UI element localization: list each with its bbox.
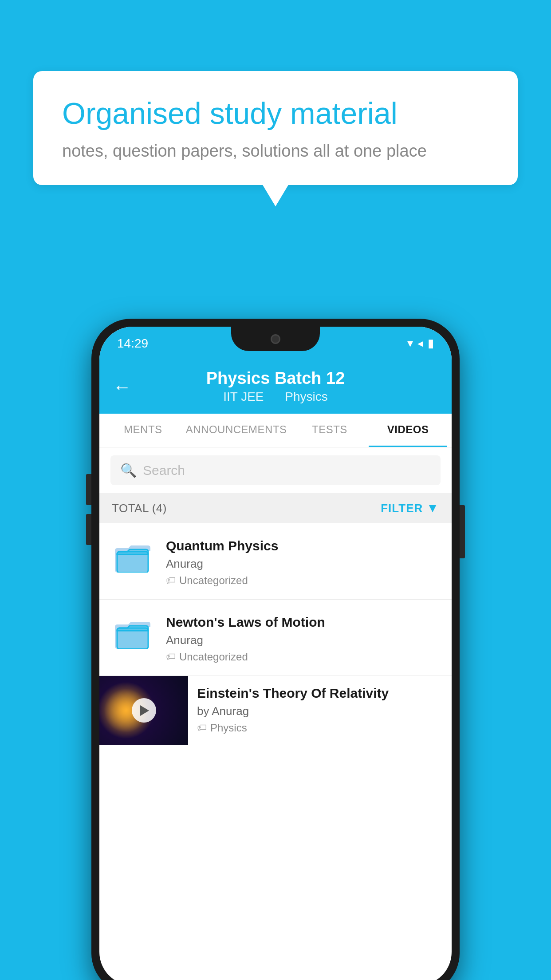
filter-icon: ▼	[426, 501, 439, 515]
phone-outer: 14:29 ▾ ◂ ▮ ← Physics Batch 12 IIT JEE P…	[91, 319, 460, 980]
filter-label: FILTER	[381, 502, 423, 515]
notch	[231, 327, 320, 351]
tabs-bar: MENTS ANNOUNCEMENTS TESTS VIDEOS	[99, 414, 452, 447]
video-info: Einstein's Theory Of Relativity by Anura…	[188, 676, 452, 744]
play-icon	[140, 705, 149, 716]
folder-icon	[110, 612, 155, 652]
battery-icon: ▮	[428, 336, 434, 350]
video-author: Anurag	[166, 633, 441, 647]
video-info: Newton's Laws of Motion Anurag 🏷 Uncateg…	[166, 612, 441, 663]
speech-bubble-subtitle: notes, question papers, solutions all at…	[62, 142, 489, 161]
video-author: Anurag	[166, 557, 441, 571]
status-time: 14:29	[117, 336, 148, 351]
tab-ments[interactable]: MENTS	[104, 414, 182, 447]
phone-frame: 14:29 ▾ ◂ ▮ ← Physics Batch 12 IIT JEE P…	[91, 319, 460, 980]
tag-icon: 🏷	[166, 575, 176, 586]
tab-announcements[interactable]: ANNOUNCEMENTS	[182, 414, 291, 447]
search-icon: 🔍	[120, 462, 137, 478]
video-title: Newton's Laws of Motion	[166, 615, 441, 630]
camera-icon	[271, 334, 280, 344]
search-placeholder: Search	[143, 463, 185, 478]
status-bar: 14:29 ▾ ◂ ▮	[99, 327, 452, 360]
video-thumbnail	[99, 676, 188, 745]
tag-label: Uncategorized	[179, 651, 248, 663]
video-tag: 🏷 Physics	[197, 722, 443, 734]
speech-bubble: Organised study material notes, question…	[33, 71, 518, 185]
tag-label: Uncategorized	[179, 574, 248, 587]
tab-tests[interactable]: TESTS	[291, 414, 369, 447]
play-button[interactable]	[132, 698, 156, 723]
video-info: Quantum Physics Anurag 🏷 Uncategorized	[166, 536, 441, 587]
header-subtitle: IIT JEE Physics	[117, 390, 434, 404]
total-count: TOTAL (4)	[112, 502, 167, 515]
speech-bubble-title: Organised study material	[62, 95, 489, 132]
search-bar[interactable]: 🔍 Search	[110, 455, 441, 485]
header-iit-jee: IIT JEE	[223, 390, 264, 403]
tag-label: Physics	[210, 722, 247, 734]
header-title: Physics Batch 12	[117, 369, 434, 388]
tag-icon: 🏷	[166, 651, 176, 663]
volume-up-button[interactable]	[86, 474, 91, 505]
signal-icon: ◂	[417, 336, 423, 350]
video-tag: 🏷 Uncategorized	[166, 574, 441, 587]
tag-icon: 🏷	[197, 722, 207, 734]
list-item[interactable]: Quantum Physics Anurag 🏷 Uncategorized	[99, 523, 452, 600]
tab-videos[interactable]: VIDEOS	[369, 414, 447, 447]
volume-down-button[interactable]	[86, 514, 91, 545]
list-item[interactable]: Einstein's Theory Of Relativity by Anura…	[99, 676, 452, 745]
video-tag: 🏷 Uncategorized	[166, 651, 441, 663]
list-item[interactable]: Newton's Laws of Motion Anurag 🏷 Uncateg…	[99, 600, 452, 676]
header-physics: Physics	[285, 390, 327, 403]
back-button[interactable]: ←	[113, 376, 131, 398]
video-author: by Anurag	[197, 704, 443, 718]
phone-screen: 14:29 ▾ ◂ ▮ ← Physics Batch 12 IIT JEE P…	[99, 327, 452, 980]
folder-icon	[110, 536, 155, 576]
status-icons: ▾ ◂ ▮	[407, 336, 434, 350]
video-title: Einstein's Theory Of Relativity	[197, 686, 443, 701]
filter-bar: TOTAL (4) FILTER ▼	[99, 493, 452, 523]
speech-bubble-container: Organised study material notes, question…	[33, 71, 518, 185]
video-list: Quantum Physics Anurag 🏷 Uncategorized	[99, 523, 452, 745]
search-container: 🔍 Search	[99, 447, 452, 493]
filter-button[interactable]: FILTER ▼	[381, 501, 439, 515]
app-header: ← Physics Batch 12 IIT JEE Physics	[99, 360, 452, 414]
video-title: Quantum Physics	[166, 538, 441, 553]
power-button[interactable]	[460, 505, 465, 558]
wifi-icon: ▾	[407, 336, 413, 350]
